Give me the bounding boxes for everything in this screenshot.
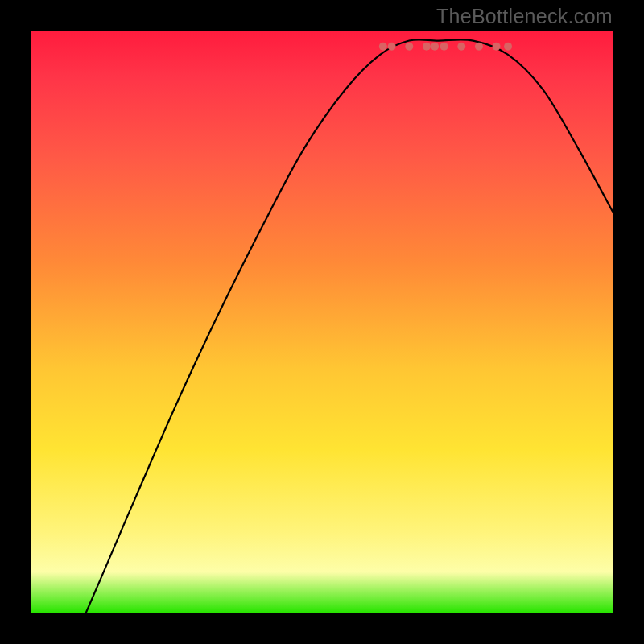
watermark-label: TheBottleneck.com — [436, 5, 613, 28]
bottleneck-curve — [31, 31, 613, 613]
plot-area — [31, 31, 613, 613]
trough-marker — [423, 43, 431, 51]
curve-line — [86, 39, 613, 613]
trough-marker — [379, 43, 387, 51]
trough-marker — [405, 43, 413, 51]
trough-marker — [493, 43, 501, 51]
trough-marker — [504, 43, 512, 51]
trough-marker — [475, 43, 483, 51]
chart-frame: TheBottleneck.com — [0, 0, 644, 644]
trough-marker — [457, 43, 465, 51]
trough-marker — [431, 43, 439, 51]
trough-marker — [388, 43, 396, 51]
trough-marker — [440, 43, 448, 51]
